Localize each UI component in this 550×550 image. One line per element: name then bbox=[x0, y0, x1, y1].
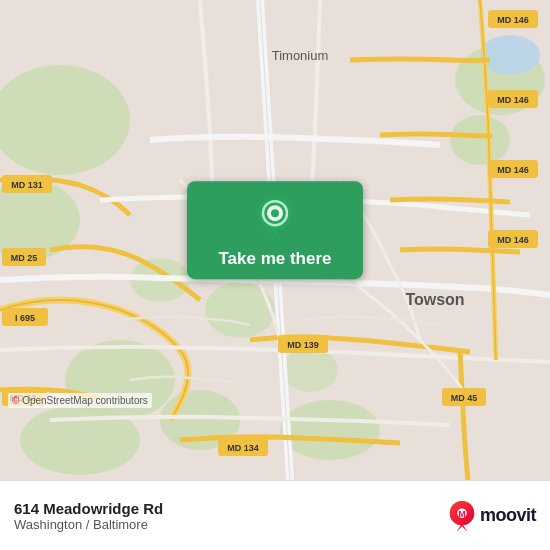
svg-text:M: M bbox=[458, 508, 465, 518]
address-line2: Washington / Baltimore bbox=[14, 517, 438, 532]
svg-text:MD 146: MD 146 bbox=[497, 15, 529, 25]
address-line1: 614 Meadowridge Rd bbox=[14, 500, 438, 517]
location-pin-icon bbox=[255, 195, 295, 241]
svg-text:MD 139: MD 139 bbox=[287, 340, 319, 350]
svg-point-11 bbox=[282, 348, 338, 392]
svg-text:MD 131: MD 131 bbox=[11, 180, 43, 190]
svg-point-4 bbox=[450, 115, 510, 165]
map-credit: © OpenStreetMap contributors bbox=[8, 393, 152, 408]
svg-point-8 bbox=[280, 400, 380, 460]
svg-point-12 bbox=[480, 35, 540, 75]
take-me-there-label: Take me there bbox=[218, 249, 331, 269]
svg-text:I 695: I 695 bbox=[15, 313, 35, 323]
address-block: 614 Meadowridge Rd Washington / Baltimor… bbox=[14, 500, 438, 532]
svg-text:Timonium: Timonium bbox=[272, 48, 329, 63]
svg-text:MD 146: MD 146 bbox=[497, 235, 529, 245]
svg-text:MD 134: MD 134 bbox=[227, 443, 259, 453]
copyright-symbol: © bbox=[12, 395, 19, 406]
bottom-bar: 614 Meadowridge Rd Washington / Baltimor… bbox=[0, 480, 550, 550]
credit-text: OpenStreetMap contributors bbox=[22, 395, 148, 406]
map-container: MD 146 MD 146 MD 146 MD 146 MD 131 MD 25… bbox=[0, 0, 550, 480]
svg-text:MD 45: MD 45 bbox=[451, 393, 478, 403]
moovit-logo: M moovit bbox=[448, 500, 536, 532]
take-me-there-button[interactable]: Take me there bbox=[187, 181, 363, 279]
svg-point-39 bbox=[271, 209, 279, 217]
svg-text:MD 25: MD 25 bbox=[11, 253, 38, 263]
svg-text:MD 146: MD 146 bbox=[497, 165, 529, 175]
moovit-brand-text: moovit bbox=[480, 505, 536, 526]
svg-text:MD 146: MD 146 bbox=[497, 95, 529, 105]
moovit-pin-icon: M bbox=[448, 500, 476, 532]
svg-text:Towson: Towson bbox=[405, 291, 464, 308]
